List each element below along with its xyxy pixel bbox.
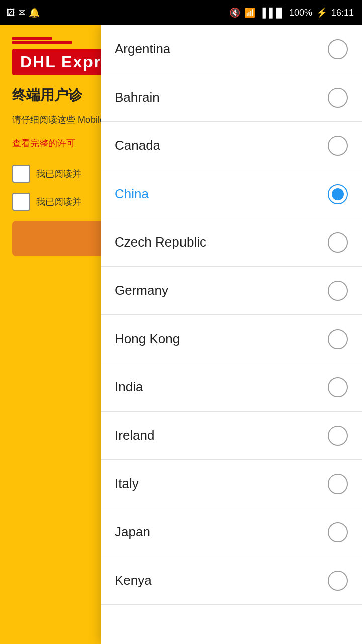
radio-bahrain[interactable]	[328, 88, 348, 108]
country-name-germany: Germany	[115, 283, 168, 298]
radio-italy[interactable]	[328, 474, 348, 494]
charging-icon: ⚡	[316, 7, 327, 18]
time-display: 16:11	[331, 8, 354, 18]
status-bar: 🖼 ✉ 🔔 🔇 📶 ▐▐▐▌ 100% ⚡ 16:11	[0, 0, 362, 25]
radio-china[interactable]	[328, 184, 348, 204]
country-name-japan: Japan	[115, 524, 150, 540]
country-item-japan[interactable]: Japan	[101, 508, 362, 556]
signal-icon: ▐▐▐▌	[259, 8, 285, 18]
battery-percent: 100%	[289, 8, 312, 18]
country-name-bahrain: Bahrain	[115, 90, 160, 105]
radio-india[interactable]	[328, 377, 348, 397]
country-item-india[interactable]: India	[101, 363, 362, 412]
country-item-argentina[interactable]: Argentina	[101, 25, 362, 73]
country-name-hong-kong: Hong Kong	[115, 331, 180, 347]
country-name-china: China	[115, 186, 149, 202]
radio-inner-china	[332, 188, 344, 200]
dhl-logo-text: DHL Expr	[20, 53, 101, 71]
action-button[interactable]	[12, 221, 113, 256]
mute-icon: 🔇	[229, 7, 240, 18]
country-item-canada[interactable]: Canada	[101, 122, 362, 170]
country-name-india: India	[115, 379, 143, 395]
radio-canada[interactable]	[328, 136, 348, 156]
country-item-germany[interactable]: Germany	[101, 267, 362, 315]
country-dropdown[interactable]: ArgentinaBahrainCanadaChinaCzech Republi…	[101, 25, 362, 644]
checkbox-1-label: 我已阅读并	[36, 168, 81, 180]
country-name-kenya: Kenya	[115, 573, 152, 588]
checkbox-1[interactable]	[12, 165, 30, 183]
country-item-kenya[interactable]: Kenya	[101, 556, 362, 605]
country-name-ireland: Ireland	[115, 428, 155, 443]
country-item-china[interactable]: China	[101, 170, 362, 218]
radio-ireland[interactable]	[328, 426, 348, 446]
notification-icon: 🔔	[29, 7, 40, 18]
checkbox-2[interactable]	[12, 193, 30, 211]
wifi-icon: 📶	[244, 7, 255, 18]
country-name-canada: Canada	[115, 138, 160, 153]
radio-germany[interactable]	[328, 281, 348, 301]
radio-kenya[interactable]	[328, 571, 348, 591]
dhl-logo: DHL Expr	[12, 49, 109, 75]
gallery-icon: 🖼	[6, 8, 15, 18]
radio-japan[interactable]	[328, 522, 348, 542]
radio-czech-republic[interactable]	[328, 232, 348, 253]
radio-hong-kong[interactable]	[328, 329, 348, 349]
country-item-ireland[interactable]: Ireland	[101, 412, 362, 460]
email-icon: ✉	[18, 7, 26, 18]
checkbox-2-label: 我已阅读并	[36, 196, 81, 208]
country-name-italy: Italy	[115, 476, 139, 492]
country-item-hong-kong[interactable]: Hong Kong	[101, 315, 362, 363]
country-name-czech-republic: Czech Republic	[115, 234, 206, 250]
radio-argentina[interactable]	[328, 39, 348, 59]
country-name-argentina: Argentina	[115, 41, 170, 57]
country-item-czech-republic[interactable]: Czech Republic	[101, 218, 362, 267]
country-item-italy[interactable]: Italy	[101, 460, 362, 508]
country-item-bahrain[interactable]: Bahrain	[101, 73, 362, 122]
country-list: ArgentinaBahrainCanadaChinaCzech Republi…	[101, 25, 362, 605]
